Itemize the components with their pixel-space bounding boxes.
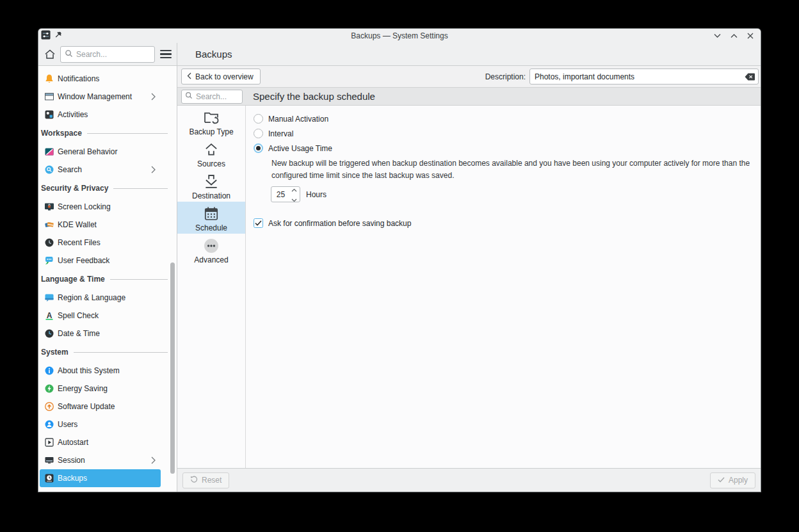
nav-item-destination[interactable]: Destination (177, 170, 245, 202)
radio-icon (254, 114, 263, 124)
search-category-icon (44, 165, 54, 175)
nav-item-backup-type[interactable]: Backup Type (177, 106, 245, 138)
user-feedback-icon (44, 255, 54, 266)
radio-interval[interactable]: Interval (254, 126, 752, 141)
spin-down-icon[interactable] (291, 195, 297, 204)
activities-icon (44, 109, 54, 120)
sidebar-item-users[interactable]: Users (40, 415, 161, 433)
general-behavior-icon (44, 147, 54, 157)
sources-icon (203, 141, 220, 158)
sidebar-item-backups[interactable]: Backups (40, 469, 161, 487)
pin-icon (54, 31, 63, 41)
nav-item-advanced[interactable]: Advanced (177, 234, 245, 266)
description-label: Description: (485, 72, 526, 81)
energy-saving-icon (44, 383, 54, 394)
panel-search[interactable] (181, 90, 243, 104)
sidebar-item-window-management[interactable]: Window Management (40, 88, 161, 106)
backup-nav: Backup Type Sources Dest (177, 106, 246, 468)
panel-search-input[interactable] (196, 92, 239, 101)
radio-selected-icon (254, 143, 263, 153)
hours-spinbox[interactable]: 25 (271, 186, 300, 202)
sidebar-search-input[interactable] (76, 50, 150, 59)
panel-title: Specify the backup schedule (253, 91, 375, 102)
sidebar-item-activities[interactable]: Activities (40, 106, 161, 124)
description-field[interactable] (529, 69, 759, 85)
apply-button[interactable]: Apply (710, 472, 755, 488)
reset-icon (190, 476, 198, 485)
page-title: Backups (177, 43, 232, 65)
radio-icon (254, 129, 263, 138)
chevron-left-icon (187, 72, 191, 81)
home-button[interactable] (42, 47, 58, 62)
about-icon (44, 366, 54, 376)
titlebar[interactable]: Backups — System Settings (38, 29, 761, 43)
sidebar-item-region-language[interactable]: Region & Language (40, 289, 161, 307)
description-input[interactable] (535, 72, 744, 81)
notifications-icon (44, 74, 54, 85)
module-footer: Reset Apply (177, 468, 761, 492)
kde-wallet-icon (44, 220, 54, 230)
nav-item-sources[interactable]: Sources (177, 138, 245, 170)
advanced-icon (203, 237, 220, 254)
svg-text:A: A (46, 311, 52, 320)
screen-locking-icon (44, 202, 54, 213)
sidebar-scrollbar[interactable] (170, 262, 175, 474)
sidebar-item-search[interactable]: Search (40, 161, 161, 179)
panel-header: Specify the backup schedule (177, 87, 761, 106)
spell-check-icon: A (44, 310, 54, 321)
autostart-icon (44, 437, 54, 448)
category-sidebar: Notifications Window Management Activiti… (38, 66, 177, 492)
chevron-right-icon (151, 456, 156, 464)
sidebar-item-kde-wallet[interactable]: KDE Wallet (40, 216, 161, 234)
sidebar-item-user-feedback[interactable]: User Feedback (40, 252, 161, 270)
nav-item-schedule[interactable]: Schedule (177, 202, 245, 234)
sidebar-section-system: System (38, 343, 168, 362)
sidebar-item-spell-check[interactable]: A Spell Check (40, 307, 161, 325)
minimize-button[interactable] (713, 32, 721, 40)
search-icon (65, 49, 73, 60)
backup-type-icon (203, 109, 220, 126)
chevron-right-icon (151, 166, 156, 173)
sidebar-item-screen-locking[interactable]: Screen Locking (40, 198, 161, 216)
desktop-background: Backups — System Settings (0, 0, 799, 532)
close-button[interactable] (747, 32, 754, 40)
sidebar-section-workspace: Workspace (38, 124, 168, 143)
hours-unit-label: Hours (306, 190, 327, 199)
check-icon (718, 476, 725, 485)
hours-value: 25 (271, 190, 290, 199)
chevron-right-icon (151, 93, 156, 101)
schedule-icon (203, 205, 220, 222)
sidebar-item-energy-saving[interactable]: Energy Saving (40, 380, 161, 398)
sidebar-search[interactable] (60, 46, 155, 63)
sidebar-item-date-time[interactable]: Date & Time (40, 325, 161, 343)
region-language-icon (44, 293, 54, 303)
confirm-checkbox-row[interactable]: Ask for confirmation before saving backu… (254, 218, 752, 228)
backups-icon (44, 473, 54, 484)
sidebar-item-about-this-system[interactable]: About this System (40, 362, 161, 380)
software-update-icon (44, 401, 54, 412)
sidebar-item-software-update[interactable]: Software Update (40, 398, 161, 415)
sidebar-item-notifications[interactable]: Notifications (40, 70, 161, 88)
sidebar-section-security-privacy: Security & Privacy (38, 179, 168, 198)
checkbox-checked-icon (254, 218, 263, 228)
radio-manual-activation[interactable]: Manual Activation (254, 111, 752, 126)
schedule-form: Manual Activation Interval Active Usage … (246, 106, 761, 468)
radio-active-usage-time[interactable]: Active Usage Time (254, 141, 752, 156)
sidebar-item-recent-files[interactable]: Recent Files (40, 234, 161, 252)
session-icon (44, 455, 54, 466)
reset-button[interactable]: Reset (182, 472, 229, 488)
menu-icon[interactable] (160, 50, 172, 59)
spin-up-icon[interactable] (291, 185, 297, 194)
sidebar-item-general-behavior[interactable]: General Behavior (40, 143, 161, 161)
window-title: Backups — System Settings (38, 31, 761, 40)
sidebar-item-session[interactable]: Session (40, 451, 161, 469)
destination-icon (203, 173, 220, 190)
clear-text-icon[interactable] (744, 71, 755, 83)
sidebar-toolbar (38, 43, 177, 65)
maximize-button[interactable] (730, 32, 738, 40)
sidebar-section-language-time: Language & Time (38, 270, 168, 289)
sidebar-item-autostart[interactable]: Autostart (40, 433, 161, 451)
system-settings-window: Backups — System Settings (38, 29, 761, 492)
window-management-icon (44, 92, 54, 102)
back-to-overview-button[interactable]: Back to overview (181, 69, 261, 85)
